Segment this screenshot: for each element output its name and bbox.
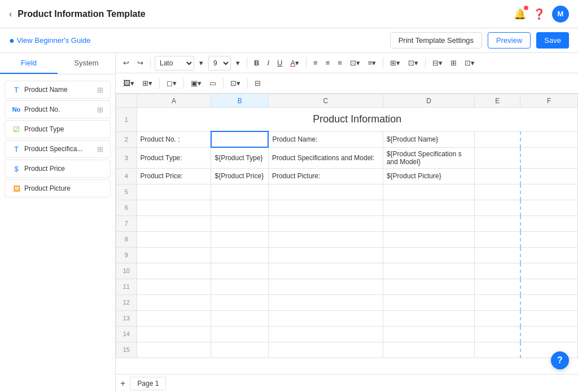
save-button[interactable]: Save xyxy=(536,32,569,49)
grid-icon2[interactable]: ⊞ xyxy=(97,145,103,153)
bottom-bar: + Page 1 xyxy=(116,374,578,392)
col-header-c[interactable]: C xyxy=(268,94,383,108)
table-row: 3 Product Type: ${Product Type} Product … xyxy=(116,147,578,168)
border-button[interactable]: ⊞▾ xyxy=(387,58,403,68)
preview-button[interactable]: Preview xyxy=(488,32,531,49)
cell-b3[interactable]: ${Product Type} xyxy=(211,147,268,168)
text-field-icon: T xyxy=(12,85,21,94)
sidebar: Field System T Product Name ⊞ No Product… xyxy=(0,53,116,392)
image-insert-button[interactable]: 🖼▾ xyxy=(120,78,137,89)
cell-f3[interactable] xyxy=(520,147,578,168)
back-button[interactable]: ‹ xyxy=(9,9,12,19)
cell-b2[interactable] xyxy=(211,131,268,147)
cell-a4[interactable]: Product Price: xyxy=(137,168,211,184)
input-button[interactable]: ▭ xyxy=(207,78,219,89)
toolbar-divider9 xyxy=(247,78,248,89)
item-label-product-specifica: Product Specifica... xyxy=(24,145,82,153)
cell-d3[interactable]: ${Product Specification s and Model} xyxy=(383,147,474,168)
sidebar-item-product-price[interactable]: $ Product Price xyxy=(5,160,111,178)
table-row: 15 xyxy=(116,342,578,358)
sidebar-item-product-type[interactable]: ☑ Product Type xyxy=(5,120,111,138)
underline-button[interactable]: U xyxy=(274,58,285,68)
align-justify-button[interactable]: ⊡▾ xyxy=(347,58,363,68)
font-size-select[interactable]: 9 xyxy=(208,56,231,71)
table-row: 12 xyxy=(116,294,578,310)
corner-header xyxy=(116,94,137,108)
sub-bar-right: Print Template Settings Preview Save xyxy=(390,32,569,49)
guide-link[interactable]: ● View Beginner's Guide xyxy=(9,36,91,46)
line-height-button[interactable]: ≡▾ xyxy=(365,58,379,68)
toolbar-divider4 xyxy=(383,58,383,69)
font-color-button[interactable]: A▾ xyxy=(287,58,302,68)
help-button[interactable]: ❓ xyxy=(533,8,545,20)
add-sheet-button[interactable]: + xyxy=(120,378,125,389)
sheet-tab-page1[interactable]: Page 1 xyxy=(130,377,166,390)
align-left-button[interactable]: ≡ xyxy=(310,58,321,68)
merge-button[interactable]: ⊡▾ xyxy=(405,58,421,68)
layout-button[interactable]: ⊟▾ xyxy=(430,58,445,68)
bold-button[interactable]: B xyxy=(251,58,262,68)
align-right-button[interactable]: ≡ xyxy=(335,58,345,68)
cell-d2[interactable]: ${Product Name} xyxy=(383,131,474,147)
cell-e3[interactable] xyxy=(475,147,520,168)
grid-icon[interactable]: ⊞ xyxy=(97,105,103,114)
table-row: 4 Product Price: ${Product Price} Produc… xyxy=(116,168,578,184)
align-center-button[interactable]: ≡ xyxy=(323,58,333,68)
print-template-settings-button[interactable]: Print Template Settings xyxy=(390,32,482,49)
table-insert-button[interactable]: ⊞▾ xyxy=(139,78,155,89)
cell-b4[interactable]: ${Product Price} xyxy=(211,168,268,184)
notification-button[interactable]: 🔔 xyxy=(514,8,526,20)
italic-button[interactable]: I xyxy=(264,58,272,68)
cell-f2[interactable] xyxy=(520,131,578,147)
tab-field[interactable]: Field xyxy=(0,53,58,74)
cell-e4[interactable] xyxy=(475,168,520,184)
sidebar-item-product-picture[interactable]: 🖼 Product Picture xyxy=(5,179,111,197)
img-field-icon: 🖼 xyxy=(12,184,21,193)
table-row: 14 xyxy=(116,326,578,342)
cell-d4[interactable]: ${Product Picture} xyxy=(383,168,474,184)
item-action-product-specifica: ⊞ xyxy=(97,145,103,153)
cell-c4[interactable]: Product Picture: xyxy=(268,168,383,184)
undo-button[interactable]: ↩ xyxy=(120,58,132,68)
sidebar-item-product-specifica[interactable]: T Product Specifica... ⊞ xyxy=(5,140,111,158)
help-fab[interactable]: ? xyxy=(551,351,569,369)
grid-icon[interactable]: ⊞ xyxy=(97,86,103,94)
font-size-dropdown[interactable]: ▾ xyxy=(233,58,243,68)
main: Field System T Product Name ⊞ No Product… xyxy=(0,53,578,392)
sidebar-item-product-no[interactable]: No Product No. ⊞ xyxy=(5,100,111,118)
split-button[interactable]: ⊞ xyxy=(448,58,459,68)
col-header-e[interactable]: E xyxy=(475,94,520,108)
table-row: 8 xyxy=(116,231,578,247)
spreadsheet[interactable]: A B C D E F 1 Product Information xyxy=(116,94,578,374)
item-label-product-price: Product Price xyxy=(24,165,65,173)
element-button[interactable]: ◻▾ xyxy=(164,78,179,89)
table-row: 10 xyxy=(116,263,578,279)
cell-a3[interactable]: Product Type: xyxy=(137,147,211,168)
item-label-product-type: Product Type xyxy=(24,125,64,133)
freeze-button[interactable]: ⊟ xyxy=(252,78,264,89)
header-cell[interactable]: Product Information xyxy=(137,108,577,132)
tab-system[interactable]: System xyxy=(58,53,115,74)
avatar[interactable]: M xyxy=(552,6,569,23)
redo-button[interactable]: ↪ xyxy=(134,58,146,68)
no-field-icon: No xyxy=(12,105,21,114)
toolbar-divider6 xyxy=(159,78,160,89)
cell-c3[interactable]: Product Specifications and Model: xyxy=(268,147,383,168)
col-header-f[interactable]: F xyxy=(520,94,578,108)
more-button[interactable]: ⊡▾ xyxy=(462,58,478,68)
cell-c2[interactable]: Product Name: xyxy=(268,131,383,147)
col-header-d[interactable]: D xyxy=(383,94,474,108)
cell-button[interactable]: ▣▾ xyxy=(188,78,204,89)
item-label-product-picture: Product Picture xyxy=(24,184,71,192)
guide-label: View Beginner's Guide xyxy=(17,36,91,45)
font-family-dropdown[interactable]: ▾ xyxy=(196,58,206,68)
font-family-select[interactable]: Lato xyxy=(155,56,194,71)
sidebar-item-product-name[interactable]: T Product Name ⊞ xyxy=(5,81,111,99)
cell-e2[interactable] xyxy=(475,131,520,147)
cell-f4[interactable] xyxy=(520,168,578,184)
widget-button[interactable]: ⊡▾ xyxy=(227,78,243,89)
cell-a2[interactable]: Product No. : xyxy=(137,131,211,147)
col-header-b[interactable]: B xyxy=(211,94,268,108)
col-header-a[interactable]: A xyxy=(137,94,211,108)
top-bar-left: ‹ Product Information Template xyxy=(9,9,146,19)
